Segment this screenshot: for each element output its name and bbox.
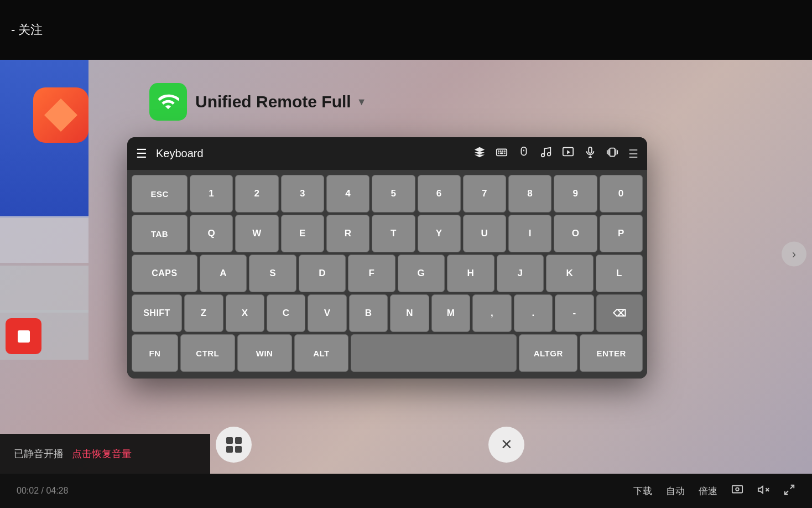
key-k[interactable]: K — [546, 255, 593, 292]
key-d[interactable]: D — [299, 255, 346, 292]
unified-remote-icon[interactable] — [149, 83, 187, 121]
keyboard-toolbar: ☰ Keyboard ☰ — [127, 137, 647, 170]
vectornator-icon[interactable] — [33, 87, 89, 143]
key-row-3: CAPS A S D F G H J K L — [132, 255, 643, 292]
key-w[interactable]: W — [235, 215, 278, 252]
layers-icon[interactable] — [473, 146, 486, 161]
fullscreen-icon[interactable] — [731, 484, 743, 499]
key-j[interactable]: J — [497, 255, 544, 292]
key-4[interactable]: 4 — [326, 175, 369, 212]
key-period[interactable]: . — [514, 294, 553, 332]
close-button[interactable]: ✕ — [488, 427, 524, 463]
key-m[interactable]: M — [431, 294, 470, 332]
mic-icon[interactable] — [584, 146, 596, 161]
key-0[interactable]: 0 — [600, 175, 643, 212]
speed-btn[interactable]: 倍速 — [699, 485, 717, 497]
bottom-bar: 00:02 / 04:28 下载 自动 倍速 — [0, 474, 812, 508]
key-s[interactable]: S — [249, 255, 296, 292]
grid-cell-3 — [226, 446, 233, 453]
key-7[interactable]: 7 — [463, 175, 506, 212]
key-o[interactable]: O — [554, 215, 597, 252]
key-enter[interactable]: ENTER — [580, 334, 643, 372]
key-u[interactable]: U — [463, 215, 506, 252]
key-caps[interactable]: CAPS — [132, 255, 197, 292]
more-icon[interactable]: ☰ — [628, 147, 638, 160]
right-arrow-button[interactable]: › — [782, 242, 806, 267]
key-tab[interactable]: TAB — [132, 215, 188, 252]
music-icon[interactable] — [540, 146, 552, 161]
muted-text: 已静音开播 — [14, 447, 64, 460]
hamburger-icon[interactable]: ☰ — [136, 147, 147, 161]
svg-rect-0 — [497, 149, 507, 156]
download-btn[interactable]: 下载 — [633, 485, 652, 497]
key-9[interactable]: 9 — [554, 175, 597, 212]
key-win[interactable]: WIN — [237, 334, 292, 372]
key-b[interactable]: B — [349, 294, 388, 332]
key-altgr[interactable]: ALTGR — [519, 334, 577, 372]
svg-rect-14 — [589, 147, 592, 153]
key-q[interactable]: Q — [190, 215, 233, 252]
keys-grid: ESC 1 2 3 4 5 6 7 8 9 0 TAB Q W E R T Y … — [127, 170, 647, 379]
svg-point-21 — [736, 488, 739, 491]
key-esc[interactable]: ESC — [132, 175, 188, 212]
key-1[interactable]: 1 — [190, 175, 233, 212]
dropdown-arrow[interactable]: ▼ — [357, 96, 367, 108]
bottom-controls: 下载 自动 倍速 — [633, 484, 795, 499]
key-6[interactable]: 6 — [418, 175, 461, 212]
expand-icon[interactable] — [783, 484, 795, 499]
record-button[interactable] — [6, 318, 41, 354]
key-n[interactable]: N — [390, 294, 429, 332]
play-icon[interactable] — [562, 146, 574, 161]
key-l[interactable]: L — [596, 255, 643, 292]
key-y[interactable]: Y — [418, 215, 461, 252]
key-e[interactable]: E — [281, 215, 324, 252]
key-8[interactable]: 8 — [508, 175, 551, 212]
key-5[interactable]: 5 — [372, 175, 415, 212]
key-comma[interactable]: , — [472, 294, 511, 332]
key-alt[interactable]: ALT — [294, 334, 349, 372]
grid-cell-4 — [235, 446, 242, 453]
key-3[interactable]: 3 — [281, 175, 324, 212]
key-t[interactable]: T — [372, 215, 415, 252]
key-space[interactable] — [351, 334, 517, 372]
toolbar-icons: ☰ — [473, 146, 638, 161]
key-h[interactable]: H — [447, 255, 494, 292]
key-g[interactable]: G — [398, 255, 445, 292]
key-r[interactable]: R — [326, 215, 369, 252]
video-time: 00:02 / 04:28 — [17, 486, 68, 496]
key-backspace[interactable]: ⌫ — [596, 294, 643, 332]
sidebar-panel-2 — [0, 266, 89, 313]
key-ctrl[interactable]: CTRL — [180, 334, 235, 372]
key-row-4: SHIFT Z X C V B N M , . - ⌫ — [132, 294, 643, 332]
key-c[interactable]: C — [267, 294, 305, 332]
follow-label[interactable]: - 关注 — [11, 22, 43, 38]
keyboard-icon[interactable] — [496, 146, 508, 161]
grid-button[interactable] — [216, 427, 252, 463]
key-2[interactable]: 2 — [235, 175, 278, 212]
volume-icon[interactable] — [757, 484, 769, 499]
keyboard-panel: ☰ Keyboard ☰ — [127, 137, 647, 379]
key-shift[interactable]: SHIFT — [132, 294, 182, 332]
key-x[interactable]: X — [226, 294, 264, 332]
grid-icon — [226, 437, 242, 453]
auto-btn[interactable]: 自动 — [666, 485, 685, 497]
svg-point-11 — [548, 153, 551, 156]
mouse-icon[interactable] — [518, 146, 530, 161]
key-row-5: FN CTRL WIN ALT ALTGR ENTER — [132, 334, 643, 372]
key-z[interactable]: Z — [184, 294, 223, 332]
key-i[interactable]: I — [508, 215, 551, 252]
key-a[interactable]: A — [200, 255, 247, 292]
key-fn[interactable]: FN — [132, 334, 178, 372]
svg-marker-22 — [758, 486, 763, 493]
restore-volume-link[interactable]: 点击恢复音量 — [72, 447, 132, 460]
key-dash[interactable]: - — [555, 294, 594, 332]
key-v[interactable]: V — [308, 294, 346, 332]
grid-cell-2 — [235, 437, 242, 444]
key-row-1: ESC 1 2 3 4 5 6 7 8 9 0 — [132, 175, 643, 212]
svg-line-26 — [785, 490, 788, 494]
key-p[interactable]: P — [600, 215, 643, 252]
key-f[interactable]: F — [348, 255, 395, 292]
vibrate-icon[interactable] — [606, 146, 618, 161]
app-title-text: Unified Remote Full — [195, 92, 351, 111]
app-header: Unified Remote Full ▼ — [149, 83, 367, 121]
